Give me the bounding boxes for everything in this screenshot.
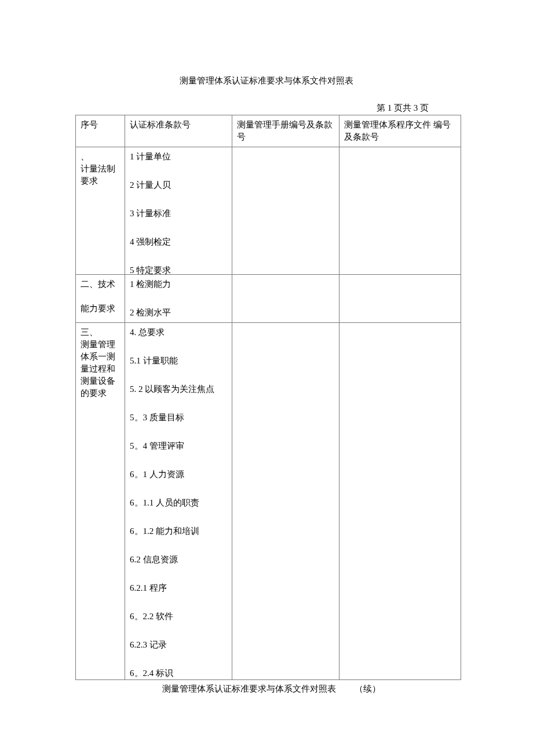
header-seq: 序号 [76, 115, 125, 147]
comparison-table-wrapper: 序号 认证标准条款号 测量管理手册编号及条款号 测量管理体系程序文件 编号及条款… [75, 115, 458, 680]
clause-item: 6。1.2 能力和培训 [130, 525, 227, 537]
manual-cell [232, 323, 339, 680]
clause-item: 6。2.2 软件 [130, 610, 227, 623]
clause-item: 6.2 信息资源 [130, 554, 227, 566]
footer-continued: （续） [355, 684, 381, 693]
clause-item: 1 计量单位 [130, 151, 227, 163]
header-manual: 测量管理手册编号及条款号 [232, 115, 339, 147]
footer-title-text: 测量管理体系认证标准要求与体系文件对照表 [162, 684, 336, 693]
manual-cell [232, 147, 339, 275]
manual-cell [232, 275, 339, 323]
page-number: 第 1 页共 3 页 [0, 103, 429, 114]
header-procedure: 测量管理体系程序文件 编号及条款号 [339, 115, 461, 147]
clause-item: 6.2.3 记录 [130, 639, 227, 651]
clause-item: 5。4 管理评审 [130, 440, 227, 452]
document-title: 测量管理体系认证标准要求与体系文件对照表 [75, 75, 458, 86]
table-header-row: 序号 认证标准条款号 测量管理手册编号及条款号 测量管理体系程序文件 编号及条款… [76, 115, 461, 147]
clause-item: 2 计量人贝 [130, 179, 227, 191]
clause-item: 5. 2 以顾客为关注焦点 [130, 383, 227, 395]
table-row: 三、 测量管理 体系一测 量过程和 测量设备 的要求 4. 总要求 5.1 计量… [76, 323, 461, 680]
clause-item: 1 检测能力 [130, 278, 227, 290]
comparison-table: 序号 认证标准条款号 测量管理手册编号及条款号 测量管理体系程序文件 编号及条款… [75, 115, 461, 680]
clause-item: 6。1.1 人员的职责 [130, 497, 227, 509]
clause-item: 4. 总要求 [130, 326, 227, 339]
header-clause: 认证标准条款号 [125, 115, 232, 147]
clause-item: 5。3 质量目标 [130, 412, 227, 424]
clause-cell: 1 检测能力 2 检测水平 [125, 275, 232, 323]
seq-cell: 、 计量法制 要求 [76, 147, 125, 275]
seq-cell: 三、 测量管理 体系一测 量过程和 测量设备 的要求 [76, 323, 125, 680]
footer-title: 测量管理体系认证标准要求与体系文件对照表 （续） [162, 684, 533, 695]
clause-item: 6。2.4 标识 [130, 667, 227, 679]
clause-item: 4 强制检定 [130, 236, 227, 248]
clause-cell: 1 计量单位 2 计量人贝 3 计量标准 4 强制检定 5 特定要求 [125, 147, 232, 275]
clause-item: 6。1 人力资源 [130, 468, 227, 481]
table-row: 、 计量法制 要求 1 计量单位 2 计量人贝 3 计量标准 4 强制检定 5 … [76, 147, 461, 275]
clause-item: 3 计量标准 [130, 208, 227, 220]
clause-item: 2 检测水平 [130, 307, 227, 319]
table-row: 二、技术 能力要求 1 检测能力 2 检测水平 [76, 275, 461, 323]
procedure-cell [339, 147, 461, 275]
procedure-cell [339, 275, 461, 323]
seq-cell: 二、技术 能力要求 [76, 275, 125, 323]
clause-item: 5.1 计量职能 [130, 355, 227, 367]
procedure-cell [339, 323, 461, 680]
clause-item: 6.2.1 程序 [130, 582, 227, 594]
clause-cell: 4. 总要求 5.1 计量职能 5. 2 以顾客为关注焦点 5。3 质量目标 5… [125, 323, 232, 680]
